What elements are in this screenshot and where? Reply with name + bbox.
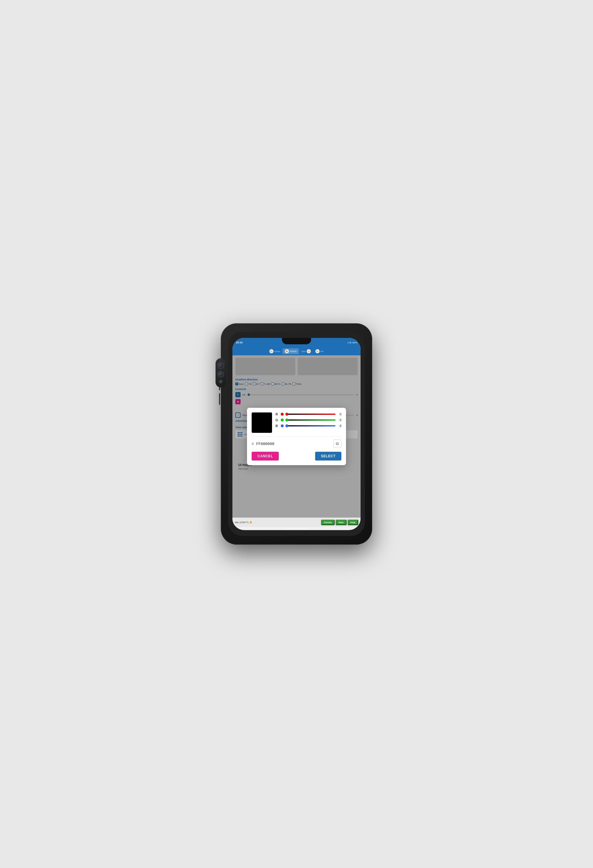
rgb-sliders: R 0 G (276, 412, 341, 433)
phone-inner: 20:34 LTE 60% 🎨 former 🎨 000000 color (228, 332, 365, 536)
author-info: Milz (CRN™) 🔥 (235, 521, 252, 524)
phone-device: 20:34 LTE 60% 🎨 former 🎨 000000 color (221, 323, 372, 545)
home-indicator (285, 528, 308, 529)
g-value: 0 (337, 418, 341, 422)
tab-former-icon: 🎨 (269, 349, 273, 353)
b-slider-thumb[interactable] (285, 424, 288, 427)
b-value: 0 (337, 424, 341, 428)
status-right: LTE 60% (347, 341, 357, 344)
hex-row: # ⧉ (252, 436, 341, 448)
rate-button[interactable]: Rate (336, 520, 346, 525)
volume-down-button[interactable] (219, 393, 220, 405)
hash-symbol: # (252, 441, 254, 446)
tab-color2-icon: 🎨 (307, 349, 311, 353)
tab-former-label: former (274, 350, 280, 353)
camera-lens-main (218, 362, 224, 369)
author-name: Milz (CRN™) (235, 521, 248, 524)
tab-color2-label: color (301, 350, 305, 353)
screen: 20:34 LTE 60% 🎨 former 🎨 000000 color (232, 338, 361, 530)
action-buttons: Donate Rate Help (321, 520, 358, 525)
status-bar: 20:34 LTE 60% (232, 338, 361, 347)
red-slider-row: R 0 (276, 412, 341, 416)
g-label: G (276, 418, 279, 422)
dialog-overlay[interactable]: R 0 G (232, 355, 361, 518)
hex-input[interactable] (256, 441, 331, 446)
b-label: B (276, 424, 279, 428)
status-time: 20:34 (236, 341, 243, 344)
r-slider-thumb[interactable] (285, 413, 288, 416)
tab-color2[interactable]: color 🎨 (299, 348, 313, 354)
color-preview-swatch (252, 412, 272, 433)
tab-color-label: 000000 (290, 350, 296, 353)
bottom-bar: Milz (CRN™) 🔥 Donate Rate Help (232, 518, 361, 527)
tab-former[interactable]: 🎨 former (267, 348, 283, 354)
r-slider-track[interactable] (285, 413, 336, 415)
tab-color-active[interactable]: 🎨 000000 (283, 348, 299, 354)
camera-lens-small (219, 380, 223, 383)
help-button[interactable]: Help (347, 520, 358, 525)
tab-extra[interactable]: 🎨 ### (313, 348, 326, 354)
color-dialog-body: R 0 G (252, 412, 341, 433)
tab-extra-label: ### (320, 350, 324, 353)
camera-module (215, 358, 226, 387)
dialog-buttons: CANCEL SELECT (252, 452, 341, 461)
g-slider-track[interactable] (285, 419, 336, 421)
content-area[interactable]: Gradient direction ✓ None T-B (232, 355, 361, 518)
b-slider-track[interactable] (285, 425, 336, 427)
blue-slider-row: B 0 (276, 424, 341, 428)
tab-color-icon: 🎨 (285, 349, 289, 353)
status-battery: 60% (353, 341, 357, 344)
r-label: R (276, 412, 279, 416)
green-slider-row: G 0 (276, 418, 341, 422)
app-header: 🎨 former 🎨 000000 color 🎨 🎨 ### (232, 347, 361, 355)
g-slider-thumb[interactable] (285, 419, 288, 421)
status-network: LTE (347, 341, 351, 344)
notch (282, 338, 311, 344)
color-picker-dialog: R 0 G (247, 408, 346, 465)
donate-button[interactable]: Donate (321, 520, 335, 525)
select-button[interactable]: SELECT (315, 452, 341, 461)
tab-extra-icon: 🎨 (316, 349, 320, 353)
fire-emoji: 🔥 (249, 521, 252, 524)
r-dot (281, 413, 284, 416)
r-value: 0 (337, 412, 341, 416)
g-dot (281, 419, 284, 421)
copy-button[interactable]: ⧉ (333, 440, 341, 448)
b-dot (281, 424, 284, 427)
camera-lens-secondary (218, 371, 224, 378)
cancel-button[interactable]: CANCEL (252, 452, 279, 461)
